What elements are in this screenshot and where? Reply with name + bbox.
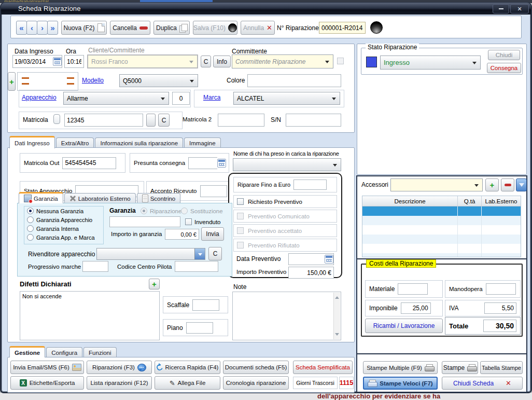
table-row[interactable] xyxy=(362,235,521,244)
accessori-remove-button[interactable] xyxy=(501,178,514,191)
radio-riparazione[interactable]: Riparazione xyxy=(138,206,184,215)
add-device-button[interactable]: + xyxy=(8,72,16,91)
preventivo-accettato-checkbox[interactable] xyxy=(237,227,244,234)
invia-email-sms-button[interactable]: Invia Email/SMS (F6) xyxy=(10,361,84,374)
note-scrollbar[interactable] xyxy=(333,293,340,339)
matricola-input[interactable] xyxy=(64,114,143,127)
col-qta[interactable]: Q.tà xyxy=(458,196,482,206)
nav-last-button[interactable]: » xyxy=(47,21,58,35)
riparazioni-button[interactable]: Riparazioni (F3) xyxy=(87,361,152,374)
salva-button[interactable]: Salva (F10) xyxy=(193,21,237,35)
col-lab-esterno[interactable]: Lab.Esterno xyxy=(482,196,521,206)
rivenditore-combo[interactable] xyxy=(96,248,205,260)
scaffale-input[interactable] xyxy=(192,299,219,311)
matricola-out-input[interactable] xyxy=(62,157,116,169)
nuova-button[interactable]: Nuova (F2) xyxy=(61,21,107,35)
tab-garanzia[interactable]: Garanzia xyxy=(19,192,63,203)
col-descrizione[interactable]: Descrizione xyxy=(362,196,458,206)
cliente-info-button[interactable]: Info xyxy=(213,56,231,67)
importo-preventivo-input[interactable] xyxy=(288,267,334,279)
apparecchio-combo[interactable]: Allarme xyxy=(63,92,169,105)
tab-configura[interactable]: Configura xyxy=(46,347,82,357)
radio-garanzia-interna[interactable]: Garanzia Interna xyxy=(24,224,103,233)
chiudi-button[interactable]: Chiudi xyxy=(488,50,520,60)
table-row[interactable] xyxy=(362,216,521,225)
materiale-input[interactable] xyxy=(398,283,428,295)
sn-input[interactable] xyxy=(286,114,341,127)
etichette-esporta-button[interactable]: XEtichette/Esporta xyxy=(10,376,84,390)
tab-immagine[interactable]: Immagine xyxy=(184,137,221,148)
garanzia-numero-input[interactable] xyxy=(109,216,180,227)
ricambi-lavorazione-button[interactable]: Ricambi / Lavorazione xyxy=(365,319,443,333)
close-button[interactable]: ✕ xyxy=(510,4,529,13)
chiudi-scheda-button[interactable]: Chiudi Scheda ✕ xyxy=(442,377,523,390)
consegna-button[interactable]: Consegna xyxy=(487,63,521,73)
accessori-add-button[interactable]: + xyxy=(485,178,499,191)
apparecchio-link[interactable]: Apparecchio xyxy=(22,94,57,101)
scroll-up-icon[interactable] xyxy=(335,294,339,299)
preventivo-rifiutato-checkbox[interactable] xyxy=(237,242,244,249)
matricola2-input[interactable] xyxy=(218,114,264,127)
invenduto-row[interactable]: Invenduto xyxy=(183,217,223,226)
codice-pilota-input[interactable] xyxy=(175,261,218,272)
device-list-box[interactable] xyxy=(17,72,78,91)
stampe-button[interactable]: Stampe xyxy=(442,361,478,374)
cliente-c-button[interactable]: C xyxy=(201,56,211,67)
allega-file-button[interactable]: ✎Allega File xyxy=(155,376,220,390)
piano-input[interactable] xyxy=(186,322,213,334)
committente-checkbox[interactable] xyxy=(337,58,344,64)
apparecchio-qty-input[interactable] xyxy=(172,92,190,105)
iva-input[interactable] xyxy=(484,302,516,314)
radio-garanzia-apparecchio[interactable]: Garanzia Apparecchio xyxy=(24,215,103,224)
calendar-icon[interactable] xyxy=(325,255,333,264)
matricola-aux-button[interactable] xyxy=(146,114,156,127)
stampe-veloci-button[interactable]: Stampe Veloci (F7) xyxy=(363,377,438,390)
accessori-combo[interactable] xyxy=(390,178,483,191)
annulla-button[interactable]: Annulla✕ xyxy=(241,21,275,35)
accessori-download-button[interactable] xyxy=(516,178,527,191)
tab-extra-altro[interactable]: Extra/Altro xyxy=(56,137,94,148)
radio-garanzia-app-marca[interactable]: Garanzia App. e Marca xyxy=(24,233,103,242)
duplica-button[interactable]: Duplica xyxy=(153,21,190,35)
preventivo-accettato-row[interactable]: Preventivo accettato xyxy=(233,224,337,237)
imponibile-input[interactable] xyxy=(401,302,431,314)
lista-riparazioni-button[interactable]: Lista riparazioni (F12) xyxy=(87,376,152,390)
ricerca-rapida-button[interactable]: Ricerca Rapida (F4) xyxy=(155,361,220,374)
modello-link[interactable]: Modello xyxy=(82,77,104,84)
acconto-input[interactable] xyxy=(200,185,227,197)
num-riparazione-input[interactable] xyxy=(319,22,366,34)
marca-combo[interactable]: ALCATEL xyxy=(233,92,340,105)
matricola-toggle[interactable] xyxy=(53,114,60,124)
tab-dati-ingresso[interactable]: Dati Ingresso xyxy=(9,136,55,148)
nav-first-button[interactable]: « xyxy=(16,21,27,35)
stampe-multiple-button[interactable]: Stampe Multiple (F9) xyxy=(363,361,438,374)
radio-nessuna-garanzia[interactable]: Nessuna Garanzia xyxy=(24,206,103,215)
rivenditore-c-button[interactable]: C xyxy=(208,247,222,260)
tabella-stampe-button[interactable]: Tabella Stampe xyxy=(480,361,523,374)
note-textarea[interactable] xyxy=(232,292,341,340)
ora-input[interactable] xyxy=(64,55,84,68)
scroll-down-icon[interactable] xyxy=(335,333,339,338)
tab-gestione[interactable]: Gestione xyxy=(9,346,45,357)
stato-combo[interactable]: Ingresso xyxy=(380,56,481,70)
nav-next-button[interactable]: › xyxy=(37,21,48,35)
calendar-icon[interactable] xyxy=(217,159,226,168)
invenduto-checkbox[interactable] xyxy=(185,218,192,225)
colore-input[interactable] xyxy=(247,74,341,87)
incaricato-combo[interactable] xyxy=(233,158,341,171)
cancella-button[interactable]: Cancella xyxy=(110,21,150,35)
manodopera-input[interactable] xyxy=(486,283,516,295)
calendar-icon[interactable] xyxy=(53,57,62,66)
importo-garanzia-input[interactable] xyxy=(165,229,199,240)
tab-scontrino[interactable]: Scontrino xyxy=(137,193,181,203)
scheda-semplificata-button[interactable]: Scheda Semplificata xyxy=(293,361,353,374)
table-row[interactable] xyxy=(362,244,521,253)
radio-sostituzione[interactable]: Sostituzione xyxy=(178,206,226,215)
marca-link[interactable]: Marca xyxy=(203,94,220,101)
invia-button[interactable]: Invia xyxy=(201,227,224,241)
modello-combo[interactable]: Q5000 xyxy=(119,74,198,87)
table-row[interactable] xyxy=(362,253,521,257)
tab-informazioni[interactable]: Informazioni sulla riparazione xyxy=(95,137,183,148)
presunta-consegna-input[interactable] xyxy=(188,157,217,169)
preventivo-comunicato-checkbox[interactable] xyxy=(237,213,244,219)
